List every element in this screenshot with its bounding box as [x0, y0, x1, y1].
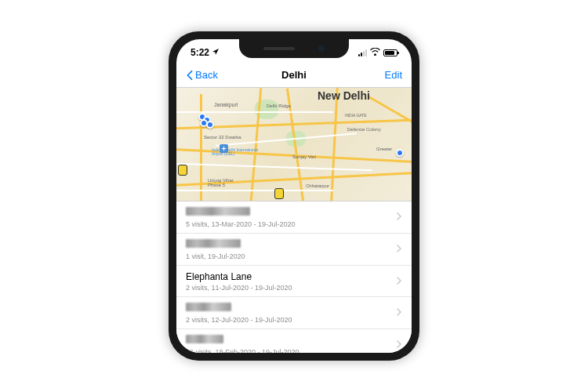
location-pin-cluster[interactable] — [198, 113, 217, 132]
chevron-right-icon — [396, 307, 402, 319]
battery-icon — [383, 49, 397, 56]
list-item[interactable]: 2 visits, 12-Jul-2020 - 19-Jul-2020 — [176, 297, 412, 329]
list-item-content: 1 visit, 19-Jul-2020 — [186, 238, 396, 260]
map-label: Delhi Ridge — [267, 103, 291, 108]
screen: 5:22 — [176, 39, 412, 353]
front-camera — [318, 45, 325, 52]
list-item-subtitle: 2 visits, 11-Jul-2020 - 19-Jul-2020 — [186, 284, 396, 292]
list-item-content: Elephanta Lane2 visits, 11-Jul-2020 - 19… — [186, 271, 396, 292]
list-item-content: 5 visits, 13-Mar-2020 - 19-Jul-2020 — [186, 206, 396, 228]
list-item-subtitle: 2 visits, 12-Jul-2020 - 19-Jul-2020 — [186, 316, 396, 324]
list-item-content: 26 visits, 18-Feb-2020 - 19-Jul-2020 — [186, 334, 396, 353]
list-item-title — [186, 207, 250, 216]
speaker-grille — [263, 47, 295, 50]
list-item[interactable]: 26 visits, 18-Feb-2020 - 19-Jul-2020 — [176, 329, 412, 353]
location-arrow-icon — [212, 48, 220, 57]
list-item-title: Elephanta Lane — [186, 271, 396, 282]
map-label: Defence Colony — [347, 127, 381, 132]
list-item-title — [186, 303, 231, 311]
map-label: Janakpuri — [214, 102, 238, 107]
map-label: Sector 22 Dwarka — [204, 135, 241, 140]
chevron-right-icon — [396, 275, 402, 288]
chevron-right-icon — [396, 243, 402, 256]
signal-icon — [358, 49, 367, 56]
back-button[interactable]: Back — [186, 69, 218, 81]
wifi-icon — [370, 47, 380, 58]
location-pin[interactable] — [396, 149, 404, 157]
list-item[interactable]: Elephanta Lane2 visits, 11-Jul-2020 - 19… — [176, 266, 412, 297]
airport-icon — [220, 144, 228, 153]
list-item-title — [186, 335, 223, 343]
map-label: Sanjay Van — [292, 154, 316, 159]
list-item[interactable]: 5 visits, 13-Mar-2020 - 19-Jul-2020 — [176, 201, 412, 234]
svg-point-0 — [375, 53, 376, 55]
phone-frame: 5:22 — [169, 31, 419, 361]
map-label-newdelhi: New Delhi — [318, 89, 370, 102]
list-item-content: 2 visits, 12-Jul-2020 - 19-Jul-2020 — [186, 302, 396, 324]
list-item-subtitle: 5 visits, 13-Mar-2020 - 19-Jul-2020 — [186, 220, 396, 228]
chevron-right-icon — [396, 211, 402, 223]
page-title: Delhi — [281, 69, 307, 81]
list-item-title — [186, 239, 241, 248]
status-time: 5:22 — [191, 47, 209, 58]
map-view[interactable]: New Delhi Janakpuri Delhi Ridge INDIA GA… — [176, 88, 412, 201]
back-label: Back — [195, 69, 218, 81]
map-label: Indira Gandhi International Airport (DEL… — [212, 148, 259, 156]
chevron-left-icon — [186, 70, 194, 81]
map-label: INDIA GATE — [345, 113, 367, 118]
list-item-subtitle: 26 visits, 18-Feb-2020 - 19-Jul-2020 — [186, 348, 396, 353]
edit-button[interactable]: Edit — [385, 69, 402, 81]
list-item-subtitle: 1 visit, 19-Jul-2020 — [186, 252, 396, 260]
map-label: Chhatarpur — [306, 183, 329, 188]
nav-bar: Back Delhi Edit — [176, 63, 412, 88]
map-label: Udyog Vihar Phase 5 — [208, 178, 247, 187]
map-label: Greater — [376, 147, 392, 151]
chevron-right-icon — [396, 339, 402, 351]
location-list[interactable]: 5 visits, 13-Mar-2020 - 19-Jul-20201 vis… — [176, 201, 412, 353]
notch — [239, 39, 349, 58]
highway-shield-icon — [178, 165, 187, 176]
highway-shield-icon — [274, 188, 284, 199]
list-item[interactable]: 1 visit, 19-Jul-2020 — [176, 234, 412, 266]
